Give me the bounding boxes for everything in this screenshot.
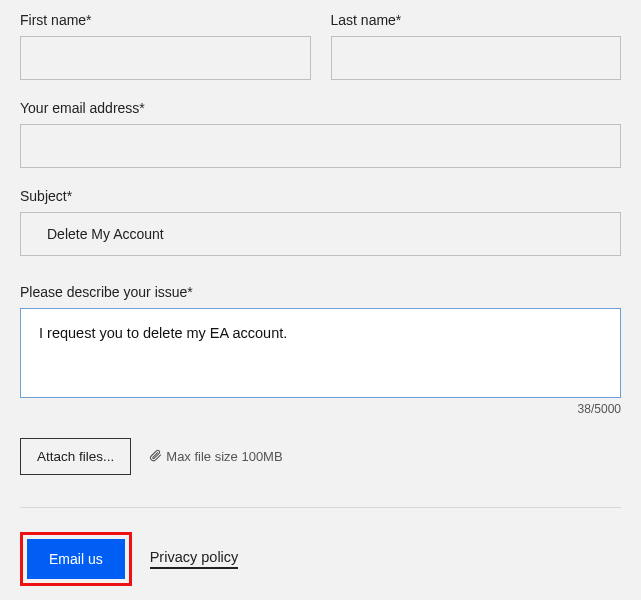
privacy-policy-link[interactable]: Privacy policy: [150, 549, 239, 569]
last-name-input[interactable]: [331, 36, 622, 80]
submit-highlight: Email us: [20, 532, 132, 586]
description-label: Please describe your issue*: [20, 284, 621, 300]
paperclip-icon: [149, 449, 162, 465]
email-label: Your email address*: [20, 100, 621, 116]
divider: [20, 507, 621, 508]
description-textarea[interactable]: [20, 308, 621, 398]
max-file-size-note: Max file size 100MB: [149, 449, 282, 465]
first-name-input[interactable]: [20, 36, 311, 80]
subject-input[interactable]: [20, 212, 621, 256]
description-counter: 38/5000: [20, 402, 621, 416]
attach-files-button[interactable]: Attach files...: [20, 438, 131, 475]
first-name-label: First name*: [20, 12, 311, 28]
email-input[interactable]: [20, 124, 621, 168]
subject-label: Subject*: [20, 188, 621, 204]
last-name-label: Last name*: [331, 12, 622, 28]
email-us-button[interactable]: Email us: [27, 539, 125, 579]
max-file-size-text: Max file size 100MB: [166, 449, 282, 464]
